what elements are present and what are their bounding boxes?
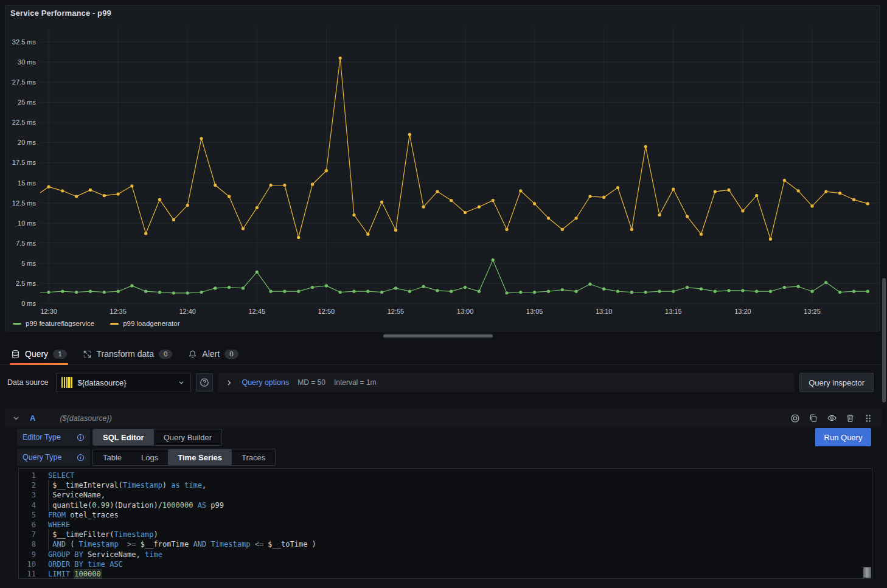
code-token: 1000000 (162, 501, 193, 510)
code-text[interactable]: quantile(0.99)(Duration)/1000000 AS p99 (48, 500, 224, 510)
y-tick-label: 30 ms (18, 58, 36, 66)
code-text[interactable]: GROUP BY ServiceName, time (48, 550, 162, 559)
query-row-header[interactable]: A (${datasource}) (5, 409, 882, 427)
drag-handle-icon[interactable] (862, 412, 874, 424)
code-lines[interactable]: 1SELECT2 $__timeInterval(Timestamp) as t… (19, 469, 872, 579)
code-token: AND (52, 540, 66, 548)
copy-icon[interactable] (807, 412, 819, 424)
query-inspector-button[interactable]: Query inspector (799, 373, 874, 392)
timeseries-chart[interactable]: 0 ms2.5 ms5 ms7.5 ms10 ms12.5 ms15 ms17.… (5, 24, 880, 328)
query-options-toggle[interactable]: Query options MD = 50 Interval = 1m (218, 373, 795, 392)
datasource-help-button[interactable] (196, 373, 213, 392)
x-tick-label: 13:00 (457, 308, 474, 315)
code-text[interactable]: $__timeInterval(Timestamp) as time, (48, 480, 206, 490)
line-number: 3 (19, 490, 36, 500)
code-token: WHERE (48, 521, 70, 529)
trash-icon[interactable] (844, 412, 856, 424)
sql-code-editor[interactable]: 1SELECT2 $__timeInterval(Timestamp) as t… (18, 468, 872, 579)
editor-type-option-sql-editor[interactable]: SQL Editor (93, 429, 154, 445)
code-token: GROUP BY (48, 550, 83, 559)
eye-icon[interactable] (826, 412, 838, 424)
code-line[interactable]: 5FROM otel_traces (19, 510, 872, 520)
x-tick-label: 12:35 (110, 308, 127, 315)
code-line[interactable]: 4 quantile(0.99)(Duration)/1000000 AS p9… (19, 500, 872, 510)
code-token: >= (127, 540, 136, 548)
code-token: ) (162, 481, 171, 489)
line-number: 1 (19, 471, 36, 480)
x-tick-label: 13:15 (665, 308, 682, 315)
tab-label: Transform data (97, 349, 154, 359)
tab-label: Query (25, 349, 48, 359)
editor-scrollbar-thumb[interactable] (863, 567, 871, 578)
code-line[interactable]: 6WHERE (19, 520, 872, 530)
record-icon[interactable] (789, 412, 801, 424)
y-tick-label: 22.5 ms (12, 119, 37, 126)
query-type-toggle: Table Logs Time Series Traces (92, 449, 276, 466)
y-tick-label: 5 ms (21, 260, 36, 267)
query-type-option-logs[interactable]: Logs (131, 449, 168, 465)
info-circle-icon[interactable] (77, 454, 85, 462)
code-token (119, 540, 127, 548)
code-text[interactable]: AND ( Timestamp >= $__fromTime AND Times… (48, 539, 316, 549)
y-tick-label: 25 ms (18, 99, 36, 106)
horizontal-scrollbar-thumb[interactable] (383, 334, 493, 337)
code-token (180, 481, 184, 489)
datasource-value: ${datasource} (77, 378, 172, 387)
query-type-option-traces[interactable]: Traces (232, 449, 275, 465)
query-type-option-time-series[interactable]: Time Series (168, 449, 232, 465)
code-line[interactable]: 1SELECT (19, 471, 872, 480)
tab-count-badge: 1 (53, 350, 66, 359)
query-datasource-hint: (${datasource}) (60, 414, 111, 423)
y-tick-label: 17.5 ms (12, 159, 37, 166)
x-tick-label: 12:55 (388, 308, 405, 315)
chevron-down-icon[interactable] (12, 414, 20, 422)
y-tick-label: 10 ms (18, 220, 36, 227)
code-token: $__fromTime (136, 540, 193, 548)
legend-item-loadgenerator[interactable]: p99 loadgenerator (110, 320, 179, 327)
code-token: LIMIT (48, 570, 70, 578)
code-token: 0.99 (92, 501, 110, 510)
code-token: ORDER BY (48, 560, 83, 569)
y-tick-label: 7.5 ms (16, 240, 37, 247)
code-text[interactable]: LIMIT 100000 (48, 569, 101, 579)
code-token: ( (66, 540, 79, 548)
info-circle-icon[interactable] (77, 434, 85, 441)
code-text[interactable]: SELECT (48, 471, 74, 480)
query-type-option-table[interactable]: Table (93, 449, 131, 465)
code-line[interactable]: 3 ServiceName, (19, 490, 872, 500)
tab-transform-data[interactable]: Transform data 0 (82, 344, 174, 364)
editor-type-row: Editor Type SQL Editor Query Builder (17, 429, 222, 446)
code-text[interactable]: $__timeFilter(Timestamp) (48, 530, 158, 539)
x-tick-label: 12:40 (179, 308, 196, 315)
query-actions (789, 412, 874, 424)
tab-query[interactable]: Query 1 (10, 344, 68, 364)
page-vertical-scrollbar-thumb[interactable] (882, 278, 886, 403)
editor-type-option-query-builder[interactable]: Query Builder (154, 429, 221, 445)
line-number: 6 (19, 520, 36, 530)
tab-alert[interactable]: Alert 0 (187, 344, 239, 364)
legend-item-featureflagservice[interactable]: p99 featureflagservice (13, 320, 94, 327)
series-color-swatch (13, 323, 21, 325)
code-text[interactable]: WHERE (48, 520, 70, 530)
y-tick-label: 32.5 ms (12, 38, 37, 46)
run-query-button[interactable]: Run Query (815, 428, 871, 446)
code-text[interactable]: ServiceName, (48, 490, 105, 500)
code-line[interactable]: 2 $__timeInterval(Timestamp) as time, (19, 480, 872, 490)
code-text[interactable]: ORDER BY time ASC (48, 559, 123, 569)
line-number: 5 (19, 510, 36, 520)
code-line[interactable]: 9GROUP BY ServiceName, time (19, 550, 872, 559)
query-ref-id: A (30, 413, 35, 423)
database-icon (11, 350, 20, 359)
code-line[interactable]: 8 AND ( Timestamp >= $__fromTime AND Tim… (19, 539, 872, 549)
editor-type-label: Editor Type (23, 433, 61, 441)
code-token: time (184, 481, 202, 489)
code-line[interactable]: 11LIMIT 100000 (19, 569, 872, 579)
code-text[interactable]: FROM otel_traces (48, 510, 119, 520)
bell-icon (188, 350, 197, 359)
code-line[interactable]: 7 $__timeFilter(Timestamp) (19, 530, 872, 539)
code-line[interactable]: 10ORDER BY time ASC (19, 559, 872, 569)
x-tick-label: 13:10 (596, 308, 613, 315)
code-token: Timestamp (123, 481, 162, 489)
line-number: 11 (19, 569, 36, 579)
datasource-picker[interactable]: ${datasource} (56, 373, 191, 392)
